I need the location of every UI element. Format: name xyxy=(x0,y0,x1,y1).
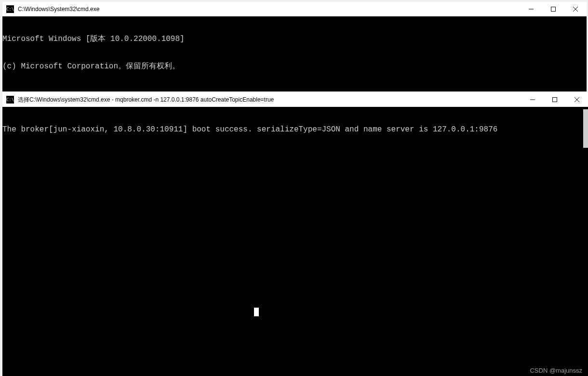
minimize-button[interactable] xyxy=(520,2,542,16)
titlebar[interactable]: C:\ C:\Windows\System32\cmd.exe xyxy=(2,2,587,16)
cmd-window-1: C:\ C:\Windows\System32\cmd.exe Microsof… xyxy=(2,2,587,91)
maximize-button[interactable] xyxy=(542,2,564,16)
watermark: CSDN @majunssz xyxy=(530,367,582,374)
close-button[interactable] xyxy=(566,92,588,107)
close-button[interactable] xyxy=(564,2,587,16)
scrollbar[interactable] xyxy=(583,109,588,148)
window-title: C:\Windows\System32\cmd.exe xyxy=(18,6,520,13)
window-controls xyxy=(521,92,588,107)
window-controls xyxy=(520,2,587,16)
cmd-icon: C:\ xyxy=(6,5,14,13)
titlebar[interactable]: C:\ 选择C:\Windows\system32\cmd.exe - mqbr… xyxy=(2,92,588,107)
window-title: 选择C:\Windows\system32\cmd.exe - mqbroker… xyxy=(18,96,521,104)
cursor xyxy=(254,308,259,316)
svg-rect-5 xyxy=(553,98,557,102)
cmd-icon: C:\ xyxy=(6,96,14,104)
terminal-line: The broker[jun-xiaoxin, 10.8.0.30:10911]… xyxy=(2,125,588,134)
terminal-output[interactable]: Microsoft Windows [版本 10.0.22000.1098] (… xyxy=(2,16,587,91)
svg-rect-1 xyxy=(551,7,556,12)
minimize-button[interactable] xyxy=(521,92,544,107)
terminal-line: Microsoft Windows [版本 10.0.22000.1098] xyxy=(2,35,587,44)
maximize-button[interactable] xyxy=(544,92,566,107)
cmd-window-2: C:\ 选择C:\Windows\system32\cmd.exe - mqbr… xyxy=(2,92,588,376)
terminal-line: (c) Microsoft Corporation。保留所有权利。 xyxy=(2,62,587,71)
terminal-output[interactable]: The broker[jun-xiaoxin, 10.8.0.30:10911]… xyxy=(2,107,588,376)
